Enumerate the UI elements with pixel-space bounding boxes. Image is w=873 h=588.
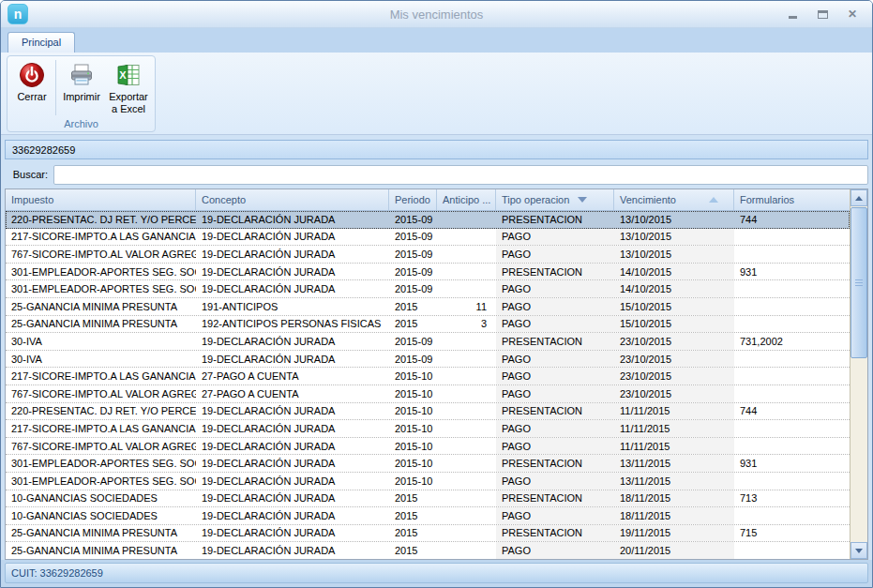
cell-vencimiento: 11/11/2015 (614, 420, 734, 437)
table-row[interactable]: 25-GANANCIA MINIMA PRESUNTA 191-ANTICIPO… (6, 298, 850, 316)
table-row[interactable]: 217-SICORE-IMPTO.A LAS GANANCIAS 27-PAGO… (6, 368, 850, 385)
filter-dropdown-icon[interactable] (578, 197, 587, 203)
cell-impuesto: 25-GANANCIA MINIMA PRESUNTA (6, 316, 196, 333)
cell-concepto: 19-DECLARACIÓN JURADA (196, 507, 389, 524)
column-header-concepto[interactable]: Concepto (196, 189, 389, 210)
cell-vencimiento: 11/11/2015 (614, 438, 734, 455)
table-row[interactable]: 220-PRESENTAC. DJ RET. Y/O PERCEP 19-DEC… (6, 403, 850, 421)
table-row[interactable]: 767-SICORE-IMPTO.AL VALOR AGREG... 19-DE… (6, 246, 850, 264)
column-header-vencimiento[interactable]: Vencimiento (614, 189, 734, 210)
cell-vencimiento: 13/10/2015 (614, 211, 734, 228)
cell-periodo: 2015 (389, 316, 437, 333)
column-header-impuesto[interactable]: Impuesto (6, 189, 196, 210)
cell-concepto: 19-DECLARACIÓN JURADA (196, 211, 389, 228)
cell-concepto: 19-DECLARACIÓN JURADA (196, 420, 389, 437)
table-row[interactable]: 25-GANANCIA MINIMA PRESUNTA 19-DECLARACI… (6, 542, 850, 559)
column-header-periodo[interactable]: Periodo (389, 189, 437, 210)
grid-header: Impuesto Concepto Periodo Anticipo ... T… (6, 189, 850, 211)
cell-impuesto: 767-SICORE-IMPTO.AL VALOR AGREG... (6, 438, 196, 455)
cell-anticipo (437, 455, 496, 472)
cell-vencimiento: 11/11/2015 (614, 403, 734, 420)
scrollbar-track[interactable] (850, 206, 867, 542)
cell-tipo-operacion: PAGO (496, 385, 614, 402)
cell-periodo: 2015-10 (389, 420, 437, 437)
cell-vencimiento: 13/11/2015 (614, 473, 734, 490)
cell-tipo-operacion: PRESENTACION (496, 455, 614, 472)
cell-formularios (734, 542, 850, 559)
search-row: Buscar: (5, 164, 868, 185)
exportar-excel-button[interactable]: X Exportar a Excel (105, 58, 152, 117)
cell-tipo-operacion: PRESENTACION (496, 333, 614, 350)
table-row[interactable]: 25-GANANCIA MINIMA PRESUNTA 19-DECLARACI… (6, 525, 850, 543)
scroll-up-icon (855, 196, 863, 201)
cell-formularios: 744 (734, 403, 850, 420)
cell-vencimiento: 23/10/2015 (614, 351, 734, 368)
cell-periodo: 2015 (389, 542, 437, 559)
table-row[interactable]: 30-IVA 19-DECLARACIÓN JURADA 2015-09 PRE… (6, 333, 850, 351)
grid-main: Impuesto Concepto Periodo Anticipo ... T… (6, 189, 850, 559)
tab-principal[interactable]: Principal (8, 32, 75, 53)
tab-strip: Principal (1, 28, 872, 53)
table-row[interactable]: 301-EMPLEADOR-APORTES SEG. SOCIAL 19-DEC… (6, 455, 850, 473)
cerrar-button[interactable]: Cerrar (10, 58, 53, 117)
scroll-down-icon (855, 549, 863, 553)
cell-tipo-operacion: PAGO (496, 280, 614, 297)
table-row[interactable]: 25-GANANCIA MINIMA PRESUNTA 192-ANTICIPO… (6, 316, 850, 334)
cell-impuesto: 301-EMPLEADOR-APORTES SEG. SOCIAL (6, 264, 196, 280)
column-header-tipo-operacion[interactable]: Tipo operacion (496, 189, 614, 210)
excel-icon: X (114, 61, 143, 89)
table-row[interactable]: 217-SICORE-IMPTO.A LAS GANANCIAS 19-DECL… (6, 229, 850, 247)
cell-concepto: 19-DECLARACIÓN JURADA (196, 246, 389, 263)
printer-icon (68, 61, 96, 89)
imprimir-button[interactable]: Imprimir (58, 58, 105, 117)
scroll-down-button[interactable] (850, 542, 867, 559)
table-row[interactable]: 217-SICORE-IMPTO.A LAS GANANCIAS 19-DECL… (6, 420, 850, 438)
column-header-formularios[interactable]: Formularios (734, 189, 850, 210)
column-header-anticipo[interactable]: Anticipo ... (437, 189, 496, 210)
cell-anticipo (437, 438, 496, 455)
table-row[interactable]: 10-GANANCIAS SOCIEDADES 19-DECLARACIÓN J… (6, 490, 850, 508)
cell-anticipo (437, 333, 496, 350)
scrollbar-thumb[interactable] (850, 207, 867, 358)
cell-tipo-operacion: PRESENTACION (496, 403, 614, 420)
cell-formularios: 715 (734, 525, 850, 542)
table-row[interactable]: 220-PRESENTAC. DJ RET. Y/O PERCEP 19-DEC… (6, 211, 850, 229)
cell-impuesto: 220-PRESENTAC. DJ RET. Y/O PERCEP (6, 403, 196, 420)
scroll-up-button[interactable] (850, 189, 867, 206)
search-input[interactable] (53, 165, 868, 185)
minimize-button[interactable] (786, 8, 799, 21)
close-button[interactable]: ✕ (846, 8, 859, 21)
status-bar: CUIT: 33629282659 (5, 563, 868, 583)
table-row[interactable]: 767-SICORE-IMPTO.AL VALOR AGREG... 19-DE… (6, 438, 850, 456)
table-row[interactable]: 10-GANANCIAS SOCIEDADES 19-DECLARACIÓN J… (6, 507, 850, 525)
cell-formularios (734, 507, 850, 524)
cell-concepto: 19-DECLARACIÓN JURADA (196, 333, 389, 350)
table-row[interactable]: 301-EMPLEADOR-APORTES SEG. SOCIAL 19-DEC… (6, 280, 850, 298)
cell-periodo: 2015-09 (389, 264, 437, 280)
cell-periodo: 2015-10 (389, 403, 437, 420)
window-controls: ✕ (786, 8, 872, 21)
cell-formularios: 931 (734, 455, 850, 472)
search-label: Buscar: (5, 169, 53, 180)
cell-concepto: 19-DECLARACIÓN JURADA (196, 280, 389, 297)
maximize-button[interactable] (816, 8, 829, 21)
cell-periodo: 2015 (389, 507, 437, 524)
table-row[interactable]: 301-EMPLEADOR-APORTES SEG. SOCIAL 19-DEC… (6, 264, 850, 281)
table-row[interactable]: 30-IVA 19-DECLARACIÓN JURADA 2015-09 PAG… (6, 351, 850, 369)
cell-formularios (734, 316, 850, 333)
cell-vencimiento: 15/10/2015 (614, 316, 734, 333)
cell-concepto: 19-DECLARACIÓN JURADA (196, 542, 389, 559)
table-row[interactable]: 767-SICORE-IMPTO.AL VALOR AGREG... 27-PA… (6, 385, 850, 403)
cell-impuesto: 25-GANANCIA MINIMA PRESUNTA (6, 298, 196, 315)
cell-impuesto: 217-SICORE-IMPTO.A LAS GANANCIAS (6, 229, 196, 246)
cell-concepto: 27-PAGO A CUENTA (196, 385, 389, 402)
cell-anticipo (437, 211, 496, 228)
table-row[interactable]: 301-EMPLEADOR-APORTES SEG. SOCIAL 19-DEC… (6, 473, 850, 490)
cell-concepto: 19-DECLARACIÓN JURADA (196, 490, 389, 507)
cell-impuesto: 217-SICORE-IMPTO.A LAS GANANCIAS (6, 368, 196, 384)
cell-tipo-operacion: PAGO (496, 316, 614, 333)
cell-periodo: 2015-09 (389, 246, 437, 263)
cell-periodo: 2015-09 (389, 211, 437, 228)
ribbon-group-label: Archivo (10, 117, 152, 131)
cell-periodo: 2015-10 (389, 455, 437, 472)
